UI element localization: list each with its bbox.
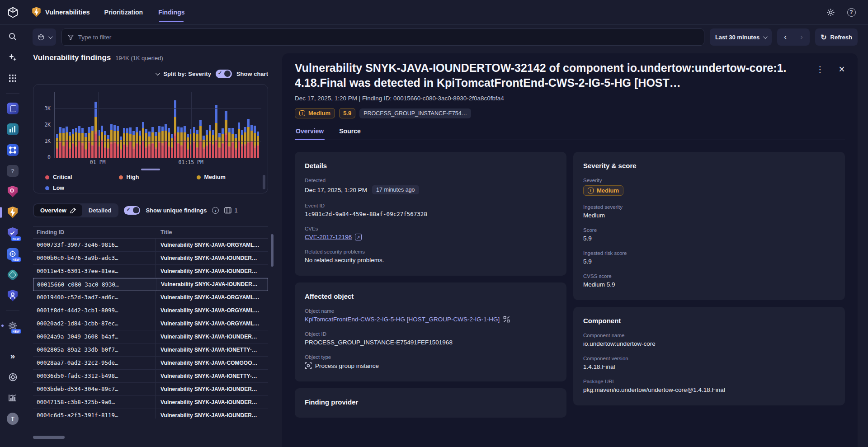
object-name-link[interactable]: KpiTomcatFrontEnd-CWS-2-IG-5-HG [HOST_GR… [305,316,500,323]
legend-item-low[interactable]: Low [45,184,119,190]
chart-bar[interactable] [81,128,84,158]
sidebar-item-clouds[interactable] [7,103,19,114]
chart-bar[interactable] [136,127,138,158]
chart-bar[interactable] [91,126,94,158]
table-row[interactable]: 00047158-c3b8-325b-9a0…Vulnerability SNY… [33,396,268,409]
table-row[interactable]: 0000b0c0-b476-3a9b-adc3…Vulnerability SN… [33,252,268,265]
chart-bar[interactable] [129,127,132,158]
chart-bar[interactable] [241,130,243,158]
chart-bar[interactable] [107,135,109,158]
chart-bar[interactable] [228,128,231,158]
chart-bar[interactable] [142,122,144,158]
columns-button[interactable]: 1 [224,207,237,214]
user-avatar[interactable]: T [7,413,19,424]
tab-findings[interactable]: Findings [157,6,185,19]
chart-bar[interactable] [257,132,259,158]
chart-bar[interactable] [235,134,237,158]
legend-item-critical[interactable]: Critical [45,173,119,182]
table-row[interactable]: 00024a9a-3049-3608-b4af…Vulnerability SN… [33,330,268,343]
chart-bar[interactable] [72,129,74,158]
sidebar-expand-icon[interactable]: » [7,350,19,362]
filter-bar[interactable] [61,28,704,46]
help-icon[interactable]: ? [845,6,857,18]
column-header-title[interactable]: Title [156,229,268,235]
table-row[interactable]: 0003bdeb-d534-304e-89c7…Vulnerability SN… [33,383,268,396]
legend-scrollbar[interactable] [263,175,265,189]
close-icon[interactable]: × [836,63,848,75]
chart-bar[interactable] [158,126,160,158]
chart-bar[interactable] [120,136,122,158]
dynatrace-logo[interactable] [0,6,25,19]
chart-bar[interactable] [187,134,189,158]
usage-chart-icon[interactable] [7,392,19,404]
chart-bar[interactable] [193,127,195,158]
chart-bar[interactable] [145,129,147,158]
chart-bar[interactable] [215,105,217,158]
sidebar-item-threat-observability[interactable] [7,186,19,198]
legend-item-medium[interactable]: Medium [197,173,261,182]
table-row[interactable]: 0001f8df-44d2-3cb1-8099…Vulnerability SN… [33,304,268,317]
chart-bar[interactable] [123,128,125,158]
chart-bar[interactable] [155,132,157,158]
sidebar-item-services[interactable] [7,269,19,281]
chart-bar[interactable] [180,127,183,158]
chart-bar[interactable] [199,120,202,158]
app-grid-icon[interactable] [7,72,19,84]
table-row[interactable]: 00019400-c52d-3ad7-ad6c…Vulnerability SN… [33,291,268,304]
cve-link[interactable]: CVE-2017-12196 [305,234,352,240]
table-row[interactable]: 0004c6d5-a2f3-391f-8119…Vulnerability SN… [33,409,268,419]
chart-bar[interactable] [62,128,65,158]
chart-bar[interactable] [184,126,186,158]
chart-bar[interactable] [225,111,227,158]
support-lifebuoy-icon[interactable] [7,371,19,383]
chart-bar[interactable] [88,127,90,158]
sidebar-item-workflows[interactable] [7,144,19,156]
chart-bar[interactable] [56,134,58,158]
chart-bar[interactable] [244,127,246,158]
sidebar-item-kubernetes[interactable]: NEW [7,248,19,260]
sidebar-item-compliance[interactable]: NEW [7,227,19,239]
chart-bar[interactable] [168,128,170,158]
time-range-selector[interactable]: Last 30 minutes [710,28,772,46]
chart-bar[interactable] [151,127,154,158]
chart-bar[interactable] [196,130,198,158]
chart-bar[interactable] [75,128,77,158]
chart-bar[interactable] [66,127,68,158]
sidebar-item-unknown[interactable]: ? [7,165,19,177]
refresh-button[interactable]: ↻ Refresh [815,28,858,46]
chart-bar[interactable] [104,131,106,158]
chart-bar[interactable] [222,128,224,158]
view-detailed-button[interactable]: Detailed [82,204,118,216]
sidebar-item-security-posture[interactable] [7,290,19,301]
show-chart-toggle[interactable]: ✓ [216,70,232,78]
settings-gear-icon[interactable] [825,6,836,18]
view-overview-button[interactable]: Overview [34,204,82,216]
external-link-icon[interactable]: ↗ [355,234,362,240]
chart-bar[interactable] [203,136,205,158]
kebab-menu-icon[interactable]: ⋮ [814,63,826,75]
chart-bar[interactable] [69,132,71,158]
vulnerabilities-app-entry[interactable]: Vulnerabilities [32,7,90,18]
chart-bar[interactable] [59,127,61,158]
chart-bar[interactable] [126,128,128,158]
chart-horizontal-scrollbar[interactable] [141,169,160,170]
filter-input[interactable] [78,34,698,41]
info-icon[interactable]: i [212,207,219,214]
split-by-selector[interactable]: Split by: Severity [163,71,211,77]
table-row[interactable]: 00011e43-6301-37ee-81ea…Vulnerability SN… [33,265,268,278]
table-row[interactable]: 0000733f-3907-3e46-9816…Vulnerability SN… [33,239,268,252]
chart-bar[interactable] [254,126,256,158]
ai-sparkles-icon[interactable] [7,52,19,63]
show-unique-findings-toggle[interactable]: ✓ [124,206,140,215]
chart-bar[interactable] [231,128,234,158]
chart-bar[interactable] [148,132,151,158]
chart-bar[interactable] [78,126,80,158]
smartscape-icon[interactable] [503,316,510,323]
search-icon[interactable] [7,31,19,42]
table-row[interactable]: 00015660-c080-3ac0-8930…Vulnerability SN… [33,278,268,291]
table-row[interactable]: 00020ad2-1d84-3cbb-87ec…Vulnerability SN… [33,317,268,330]
chart-bar[interactable] [101,126,103,158]
chart-bar[interactable] [238,122,240,158]
tab-overview[interactable]: Overview [295,127,325,140]
column-header-finding-id[interactable]: Finding ID [33,229,156,235]
